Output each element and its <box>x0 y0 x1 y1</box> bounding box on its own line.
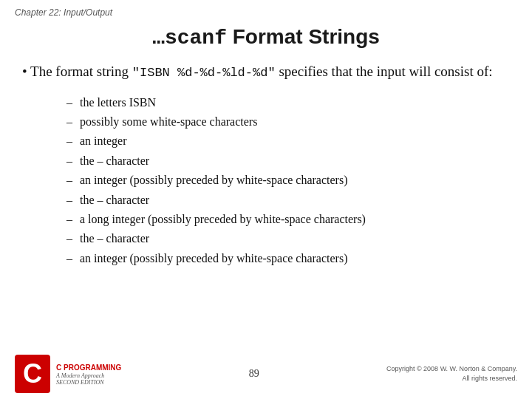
content-section: • The format string "ISBN %d-%d-%ld-%d" … <box>0 61 532 268</box>
slide-title: …scanf Format Strings <box>0 25 532 50</box>
list-item: the letters ISBN <box>66 93 510 112</box>
page-number: 89 <box>121 368 386 380</box>
sub-item-list: the letters ISBNpossibly some white-spac… <box>22 93 510 269</box>
bullet-text-after: specifies that the input will consist of… <box>276 64 493 79</box>
title-suffix: Format Strings <box>227 25 380 48</box>
copyright-text: Copyright © 2008 W. W. Norton & Company.… <box>386 364 517 384</box>
logo-text-block: C PROGRAMMING A Modern Approach SECOND E… <box>56 363 121 386</box>
list-item: possibly some white-space characters <box>66 112 510 132</box>
logo-icon: C <box>15 355 50 393</box>
list-item: an integer (possibly preceded by white-s… <box>66 249 510 268</box>
logo-area: C C PROGRAMMING A Modern Approach SECOND… <box>15 355 121 393</box>
title-mono: …scanf <box>152 27 227 50</box>
chapter-header: Chapter 22: Input/Output <box>0 0 532 21</box>
list-item: the – character <box>66 151 510 171</box>
list-item: a long integer (possibly preceded by whi… <box>66 210 510 229</box>
footer: C C PROGRAMMING A Modern Approach SECOND… <box>0 349 532 399</box>
list-item: an integer <box>66 132 510 151</box>
logo-edition: SECOND EDITION <box>56 379 121 386</box>
svg-text:C: C <box>23 358 42 389</box>
list-item: the – character <box>66 191 510 210</box>
bullet-code: "ISBN %d-%d-%ld-%d" <box>132 66 276 80</box>
logo-title: C PROGRAMMING <box>56 363 121 372</box>
main-bullet: • The format string "ISBN %d-%d-%ld-%d" … <box>22 61 510 83</box>
list-item: an integer (possibly preceded by white-s… <box>66 171 510 190</box>
list-item: the – character <box>66 229 510 248</box>
logo-subtitle: A Modern Approach <box>56 372 121 379</box>
bullet-text-before: The format string <box>30 64 132 79</box>
